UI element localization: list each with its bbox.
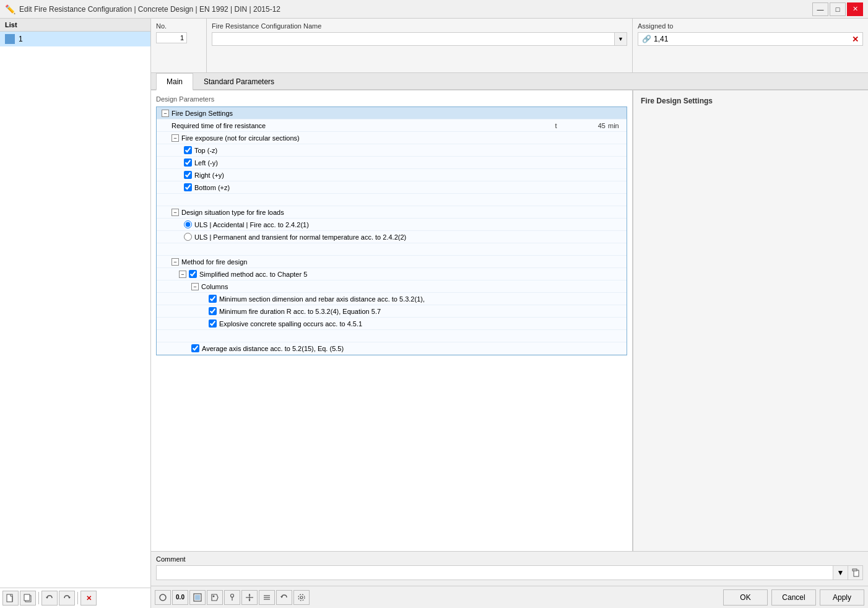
name-field: Fire Resistance Configuration Name ▼ bbox=[207, 19, 633, 72]
titlebar: ✏️ Edit Fire Resistance Configuration | … bbox=[0, 0, 868, 19]
tab-main[interactable]: Main bbox=[156, 73, 193, 90]
expand-columns[interactable]: − bbox=[191, 283, 199, 290]
min-fire-label: Minimum fire duration R acc. to 5.3.2(4)… bbox=[219, 308, 624, 315]
titlebar-controls: — □ ✕ bbox=[812, 2, 863, 16]
tool-pin[interactable] bbox=[224, 590, 240, 605]
checkbox-explosive[interactable] bbox=[209, 319, 217, 328]
comment-area: Comment ▼ bbox=[151, 551, 868, 586]
assigned-field: Assigned to 🔗 1,41 ✕ bbox=[633, 19, 868, 72]
comment-input-wrap: Comment ▼ bbox=[156, 555, 863, 580]
tool-number[interactable]: 0.0 bbox=[172, 590, 188, 605]
tool-select[interactable] bbox=[189, 590, 206, 605]
svg-point-26 bbox=[298, 594, 305, 601]
comment-dropdown-btn[interactable]: ▼ bbox=[833, 565, 848, 580]
no-input[interactable] bbox=[156, 32, 187, 43]
clear-assigned-button[interactable]: ✕ bbox=[852, 35, 859, 44]
checkbox-right[interactable] bbox=[184, 171, 192, 179]
comment-dropdown-wrap: ▼ bbox=[156, 565, 863, 580]
columns-label: Columns bbox=[201, 283, 624, 290]
tree-row-min-section: Minimum section dimension and rebar axis… bbox=[157, 293, 627, 305]
tree-row-min-fire: Minimum fire duration R acc. to 5.3.2(4)… bbox=[157, 305, 627, 318]
radio-uls-permanent[interactable] bbox=[184, 233, 192, 241]
tool-new[interactable] bbox=[155, 590, 171, 605]
tree-row-top: Top (-z) bbox=[157, 144, 627, 157]
svg-point-25 bbox=[300, 596, 303, 599]
svg-rect-9 bbox=[853, 569, 857, 571]
tool-list[interactable] bbox=[259, 590, 275, 605]
svg-rect-5 bbox=[24, 594, 30, 601]
expand-fire-design-settings[interactable]: − bbox=[162, 110, 169, 117]
name-input[interactable] bbox=[212, 32, 615, 46]
left-panel: List 1 ✕ bbox=[0, 19, 151, 608]
tool-settings[interactable] bbox=[293, 590, 310, 605]
spacer2 bbox=[157, 243, 627, 256]
center-panel: Design Parameters − Fire Design Settings… bbox=[151, 90, 633, 551]
minimize-button[interactable]: — bbox=[812, 2, 828, 16]
copy-button[interactable] bbox=[20, 591, 36, 606]
radio-uls-accidental[interactable] bbox=[184, 220, 192, 228]
simplified-label: Simplified method acc. to Chapter 5 bbox=[199, 271, 624, 278]
name-input-wrap: ▼ bbox=[212, 32, 627, 46]
list-item[interactable]: 1 bbox=[0, 32, 150, 46]
tree-row-bottom: Bottom (+z) bbox=[157, 181, 627, 194]
checkbox-min-fire[interactable] bbox=[209, 307, 217, 315]
expand-design-situation[interactable]: − bbox=[171, 209, 179, 216]
checkbox-left[interactable] bbox=[184, 159, 192, 167]
method-label: Method for fire design bbox=[181, 258, 624, 266]
top-fields: No. Fire Resistance Configuration Name ▼… bbox=[151, 19, 868, 73]
tree-row-required-time: Required time of fire resistance t 45 mi… bbox=[157, 119, 627, 132]
info-panel-title: Fire Design Settings bbox=[641, 97, 861, 105]
cancel-button[interactable]: Cancel bbox=[771, 589, 816, 606]
delete-button[interactable]: ✕ bbox=[80, 591, 97, 606]
svg-marker-20 bbox=[249, 599, 251, 601]
expand-fire-exposure[interactable]: − bbox=[171, 134, 179, 142]
svg-point-10 bbox=[160, 594, 166, 601]
spacer1 bbox=[157, 194, 627, 206]
tree-row-avg-axis: Average axis distance acc. to 5.2(15), E… bbox=[157, 342, 627, 355]
tool-tag[interactable] bbox=[207, 590, 223, 605]
checkbox-top[interactable] bbox=[184, 146, 192, 154]
checkbox-bottom[interactable] bbox=[184, 183, 192, 191]
svg-marker-7 bbox=[68, 597, 71, 599]
avg-axis-label: Average axis distance acc. to 5.2(15), E… bbox=[202, 345, 624, 352]
uls-permanent-label: ULS | Permanent and transient for normal… bbox=[194, 233, 624, 241]
checkbox-simplified[interactable] bbox=[189, 270, 197, 278]
name-dropdown-btn[interactable]: ▼ bbox=[615, 32, 627, 46]
tree-row-columns: − Columns bbox=[157, 280, 627, 293]
checkbox-avg-axis[interactable] bbox=[191, 344, 199, 352]
maximize-button[interactable]: □ bbox=[830, 2, 846, 16]
apply-button[interactable]: Apply bbox=[820, 589, 864, 606]
svg-marker-24 bbox=[280, 596, 283, 598]
required-time-value: 45 bbox=[568, 122, 605, 129]
undo-button[interactable] bbox=[41, 591, 58, 606]
svg-marker-13 bbox=[212, 594, 218, 601]
list-header: List bbox=[0, 19, 150, 32]
separator2 bbox=[77, 592, 78, 604]
tree-row-left: Left (-y) bbox=[157, 157, 627, 169]
panels-row: Design Parameters − Fire Design Settings… bbox=[151, 90, 868, 551]
tree-row-simplified: − Simplified method acc. to Chapter 5 bbox=[157, 268, 627, 280]
close-button[interactable]: ✕ bbox=[847, 2, 863, 16]
expand-simplified[interactable]: − bbox=[179, 271, 186, 278]
tab-standard[interactable]: Standard Parameters bbox=[193, 73, 285, 90]
design-situation-label: Design situation type for fire loads bbox=[181, 209, 624, 216]
svg-marker-6 bbox=[46, 597, 48, 599]
no-label: No. bbox=[156, 22, 201, 30]
assigned-value-wrap: 🔗 1,41 ✕ bbox=[638, 32, 863, 46]
list-item-icon bbox=[5, 34, 15, 44]
min-section-label: Minimum section dimension and rebar axis… bbox=[219, 295, 624, 303]
paste-button[interactable] bbox=[848, 565, 863, 580]
ok-button[interactable]: OK bbox=[723, 589, 768, 606]
checkbox-min-section[interactable] bbox=[209, 295, 217, 303]
comment-input[interactable] bbox=[156, 565, 833, 580]
expand-method[interactable]: − bbox=[171, 258, 179, 266]
tool-refresh[interactable] bbox=[276, 590, 292, 605]
tree-row-design-situation: − Design situation type for fire loads bbox=[157, 206, 627, 219]
tree-row-right: Right (+y) bbox=[157, 169, 627, 181]
redo-button[interactable] bbox=[59, 591, 75, 606]
tool-move[interactable] bbox=[241, 590, 258, 605]
design-parameters-label: Design Parameters bbox=[156, 95, 627, 103]
app-icon: ✏️ bbox=[5, 4, 15, 14]
svg-rect-12 bbox=[195, 595, 200, 600]
new-button[interactable] bbox=[2, 591, 19, 606]
